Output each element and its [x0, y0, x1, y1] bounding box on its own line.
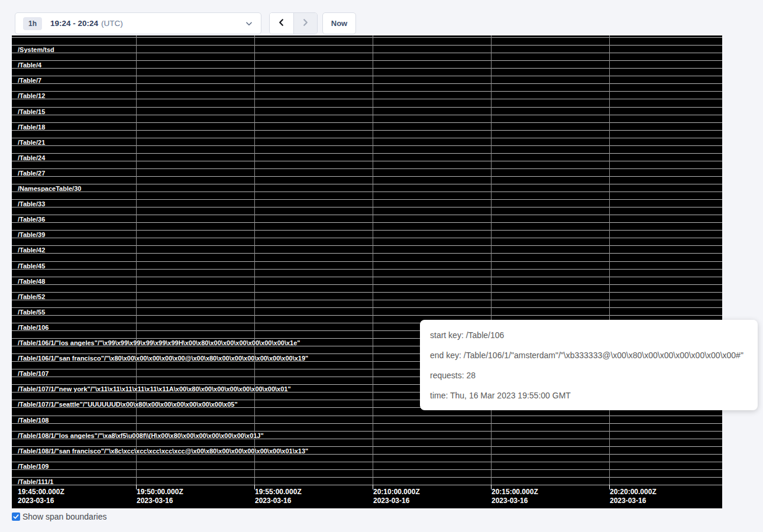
- span-boundary-line: [12, 469, 722, 470]
- row-label: /Table/111/1: [18, 478, 53, 485]
- time-gridline: [136, 35, 137, 485]
- row-label: /Table/106/1/"los angeles"/"\x99\x99\x99…: [18, 339, 300, 346]
- row-label: /Table/42: [18, 246, 45, 254]
- time-gridline: [254, 35, 255, 485]
- x-axis-label: 19:50:00.000Z2023-03-16: [137, 488, 183, 505]
- row-label: /Table/39: [18, 231, 45, 238]
- row-label: /Table/109: [18, 463, 49, 470]
- span-boundary-line: [12, 446, 722, 447]
- span-boundary-line: [12, 153, 722, 154]
- span-boundary-line: [12, 107, 722, 108]
- span-boundary-line: [12, 83, 722, 84]
- tooltip-end-key: end key: /Table/106/1/"amsterdam"/"\xb33…: [430, 345, 748, 365]
- tooltip-time: time: Thu, 16 Mar 2023 19:55:00 GMT: [430, 385, 748, 406]
- span-boundary-line: [12, 91, 722, 92]
- row-label: /Table/12: [18, 92, 45, 99]
- span-boundary-line: [12, 431, 722, 432]
- span-boundary-line: [12, 68, 722, 69]
- span-boundary-line: [12, 138, 722, 138]
- span-boundary-line: [12, 37, 722, 38]
- time-range-text: 19:24 - 20:24: [50, 19, 98, 28]
- x-axis-time: 20:20:00.000Z: [610, 488, 657, 497]
- chevron-right-icon: [300, 18, 310, 29]
- checkmark-icon: [12, 513, 20, 520]
- span-boundary-line: [12, 76, 722, 76]
- time-range-selector[interactable]: 1h 19:24 - 20:24 (UTC): [15, 12, 261, 34]
- x-axis-time: 19:45:00.000Z: [18, 488, 64, 497]
- row-label: /Table/55: [18, 309, 45, 316]
- span-boundary-line: [12, 222, 722, 223]
- x-axis-label: 20:10:00.000Z2023-03-16: [373, 488, 420, 505]
- span-boundary-line: [12, 315, 722, 316]
- x-axis-label: 19:45:00.000Z2023-03-16: [18, 488, 64, 505]
- row-label: /Table/107: [18, 370, 49, 377]
- span-boundary-line: [12, 416, 722, 416]
- span-boundary-line: [12, 207, 722, 207]
- span-boundary-line: [12, 168, 722, 169]
- x-axis-date: 2023-03-16: [255, 497, 302, 505]
- row-label: /Table/18: [18, 124, 45, 131]
- row-label: /Table/36: [18, 216, 45, 223]
- tooltip-start-key: start key: /Table/106: [430, 325, 748, 345]
- span-boundary-line: [12, 53, 722, 53]
- span-boundary-line: [12, 45, 722, 46]
- next-interval-button[interactable]: [293, 13, 318, 34]
- span-boundary-line: [12, 300, 722, 300]
- prev-interval-button[interactable]: [270, 13, 293, 34]
- show-span-boundaries-label: Show span boundaries: [22, 512, 106, 521]
- x-axis-date: 2023-03-16: [373, 497, 420, 505]
- x-axis-time: 19:50:00.000Z: [137, 488, 183, 497]
- span-boundary-line: [12, 307, 722, 308]
- x-axis-time: 20:10:00.000Z: [373, 488, 420, 497]
- row-label: /Table/48: [18, 278, 45, 285]
- x-axis-label: 19:55:00.000Z2023-03-16: [255, 488, 302, 505]
- row-label: /Table/7: [18, 77, 41, 84]
- x-axis-date: 2023-03-16: [137, 497, 183, 505]
- span-boundary-line: [12, 423, 722, 424]
- span-boundary-line: [12, 184, 722, 184]
- now-button[interactable]: Now: [322, 12, 356, 34]
- row-label: /NamespaceTable/30: [18, 185, 81, 192]
- span-boundary-line: [12, 161, 722, 161]
- time-gridline: [491, 35, 492, 485]
- span-boundary-line: [12, 230, 722, 231]
- key-visualizer-heatmap[interactable]: /System/tsd/Table/4/Table/7/Table/12/Tab…: [12, 35, 722, 508]
- row-label: /Table/106: [18, 324, 49, 331]
- span-boundary-line: [12, 292, 722, 293]
- x-axis-time: 19:55:00.000Z: [255, 488, 302, 497]
- footer-controls: Show span boundaries: [12, 512, 106, 521]
- time-gridline: [373, 35, 373, 485]
- row-label: /Table/27: [18, 170, 45, 177]
- span-boundary-line: [12, 269, 722, 270]
- chevron-down-icon: [244, 19, 254, 31]
- row-label: /Table/108: [18, 417, 49, 424]
- row-label: /Table/106/1/"san francisco"/"\x80\x00\x…: [18, 355, 308, 362]
- row-label: /Table/108/1/"los angeles"/"\xa8\xf5\u00…: [18, 432, 264, 439]
- row-label: /System/tsd: [18, 46, 54, 53]
- row-label: /Table/108/1/"san francisco"/"\x8c\xcc\x…: [18, 447, 308, 455]
- span-boundary-line: [12, 130, 722, 131]
- span-boundary-line: [12, 277, 722, 277]
- span-boundary-line: [12, 261, 722, 262]
- x-axis-label: 20:15:00.000Z2023-03-16: [492, 488, 538, 505]
- row-label: /Table/21: [18, 139, 45, 146]
- time-gridline: [609, 35, 610, 485]
- span-boundary-line: [12, 199, 722, 200]
- row-label: /Table/33: [18, 200, 45, 207]
- row-label: /Table/52: [18, 293, 45, 300]
- row-label: /Table/4: [18, 61, 41, 69]
- row-label: /Table/107/1/"seattle"/"UUUUUUD\x00\x80\…: [18, 401, 238, 408]
- row-label: /Table/15: [18, 108, 45, 115]
- span-boundary-line: [12, 60, 722, 61]
- show-span-boundaries-checkbox[interactable]: [12, 512, 20, 521]
- span-boundary-line: [12, 485, 722, 485]
- span-boundary-line: [12, 245, 722, 246]
- span-boundary-line: [12, 145, 722, 146]
- x-axis-date: 2023-03-16: [610, 497, 657, 505]
- span-boundary-line: [12, 176, 722, 177]
- span-boundary-line: [12, 477, 722, 478]
- x-axis-date: 2023-03-16: [18, 497, 64, 505]
- span-boundary-line: [12, 192, 722, 192]
- span-boundary-line: [12, 284, 722, 285]
- span-boundary-line: [12, 99, 722, 99]
